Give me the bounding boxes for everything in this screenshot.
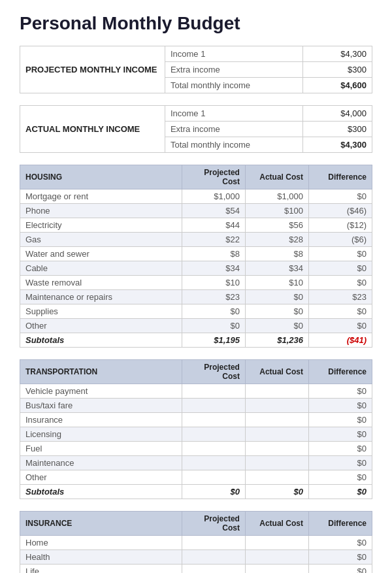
housing-table: HOUSINGProjected CostActual CostDifferen… <box>20 165 372 348</box>
income-section-label: ACTUAL MONTHLY INCOME <box>20 106 165 153</box>
projected-cost <box>182 427 245 442</box>
row-name: Mortgage or rent <box>20 189 182 204</box>
difference: $0 <box>308 413 372 427</box>
actual-cost <box>245 427 308 442</box>
row-name: Supplies <box>20 304 182 319</box>
actual-cost: $1,000 <box>245 189 308 204</box>
row-name: Bus/taxi fare <box>20 399 182 413</box>
subtotal-actual: $1,236 <box>245 333 308 348</box>
difference: $0 <box>308 384 372 399</box>
actual-cost: $8 <box>245 247 308 261</box>
subtotal-difference: ($41) <box>308 333 372 348</box>
difference: $0 <box>308 565 372 574</box>
row-name: Electricity <box>20 218 182 233</box>
subtotal-label: Subtotals <box>20 333 182 348</box>
actual-income-section: ACTUAL MONTHLY INCOMEIncome 1$4,000Extra… <box>20 105 372 153</box>
projected-cost: $22 <box>182 233 245 247</box>
row-name: Life <box>20 565 182 574</box>
subtotal-difference: $0 <box>308 485 372 499</box>
difference: ($6) <box>308 233 372 247</box>
section-header-label: HOUSING <box>20 165 182 189</box>
row-name: Water and sewer <box>20 247 182 261</box>
income-row-value: $4,600 <box>303 78 372 93</box>
column-header: Projected Cost <box>182 360 245 384</box>
row-name: Gas <box>20 233 182 247</box>
difference: $0 <box>308 456 372 470</box>
projected-cost <box>182 470 245 485</box>
actual-cost <box>245 456 308 470</box>
actual-cost: $34 <box>245 261 308 276</box>
column-header: Projected Cost <box>182 512 245 536</box>
projected-cost: $23 <box>182 290 245 304</box>
housing-section: HOUSINGProjected CostActual CostDifferen… <box>20 165 372 348</box>
row-name: Other <box>20 470 182 485</box>
subtotal-actual: $0 <box>245 485 308 499</box>
income-row-value: $4,300 <box>303 46 372 62</box>
actual-cost <box>245 413 308 427</box>
projected-cost <box>182 384 245 399</box>
row-name: Maintenance <box>20 456 182 470</box>
difference: $0 <box>308 550 372 565</box>
difference: $23 <box>308 290 372 304</box>
transportation-section: TRANSPORTATIONProjected CostActual CostD… <box>20 359 372 499</box>
difference: $0 <box>308 261 372 276</box>
projected-income-section: PROJECTED MONTHLY INCOMEIncome 1$4,300Ex… <box>20 46 372 93</box>
income-row-value: $300 <box>303 62 372 78</box>
income-row-name: Extra income <box>165 62 302 78</box>
projected-cost <box>182 550 245 565</box>
row-name: Fuel <box>20 442 182 456</box>
row-name: Licensing <box>20 427 182 442</box>
subtotal-label: Subtotals <box>20 485 182 499</box>
income-section-label: PROJECTED MONTHLY INCOME <box>20 46 165 93</box>
income-row-name: Extra income <box>165 122 302 137</box>
difference: $0 <box>308 276 372 290</box>
projected-cost: $10 <box>182 276 245 290</box>
row-name: Maintenance or repairs <box>20 290 182 304</box>
actual-income-table: ACTUAL MONTHLY INCOMEIncome 1$4,000Extra… <box>20 105 372 153</box>
difference: $0 <box>308 536 372 550</box>
income-row-name: Total monthly income <box>165 78 302 93</box>
projected-cost <box>182 442 245 456</box>
projected-cost <box>182 565 245 574</box>
difference: $0 <box>308 470 372 485</box>
column-header: Difference <box>308 360 372 384</box>
income-row-name: Income 1 <box>165 106 302 122</box>
income-row-value: $300 <box>303 122 372 137</box>
row-name: Cable <box>20 261 182 276</box>
difference: $0 <box>308 399 372 413</box>
actual-cost: $0 <box>245 290 308 304</box>
actual-cost: $0 <box>245 304 308 319</box>
column-header: Actual Cost <box>245 512 308 536</box>
projected-cost <box>182 536 245 550</box>
actual-cost <box>245 565 308 574</box>
difference: $0 <box>308 247 372 261</box>
actual-cost <box>245 442 308 456</box>
difference: $0 <box>308 442 372 456</box>
column-header: Difference <box>308 165 372 189</box>
row-name: Home <box>20 536 182 550</box>
row-name: Insurance <box>20 413 182 427</box>
projected-cost: $54 <box>182 204 245 218</box>
projected-cost: $0 <box>182 304 245 319</box>
projected-cost: $8 <box>182 247 245 261</box>
projected-income-table: PROJECTED MONTHLY INCOMEIncome 1$4,300Ex… <box>20 46 372 93</box>
projected-cost <box>182 413 245 427</box>
actual-cost <box>245 470 308 485</box>
actual-cost <box>245 536 308 550</box>
difference: ($12) <box>308 218 372 233</box>
column-header: Actual Cost <box>245 360 308 384</box>
projected-cost <box>182 399 245 413</box>
actual-cost: $10 <box>245 276 308 290</box>
actual-cost: $28 <box>245 233 308 247</box>
difference: $0 <box>308 304 372 319</box>
projected-cost: $1,000 <box>182 189 245 204</box>
projected-cost: $44 <box>182 218 245 233</box>
actual-cost <box>245 399 308 413</box>
row-name: Other <box>20 319 182 333</box>
subtotal-projected: $1,195 <box>182 333 245 348</box>
projected-cost: $34 <box>182 261 245 276</box>
subtotal-projected: $0 <box>182 485 245 499</box>
projected-cost: $0 <box>182 319 245 333</box>
column-header: Difference <box>308 512 372 536</box>
insurance-table: INSURANCEProjected CostActual CostDiffer… <box>20 511 372 573</box>
